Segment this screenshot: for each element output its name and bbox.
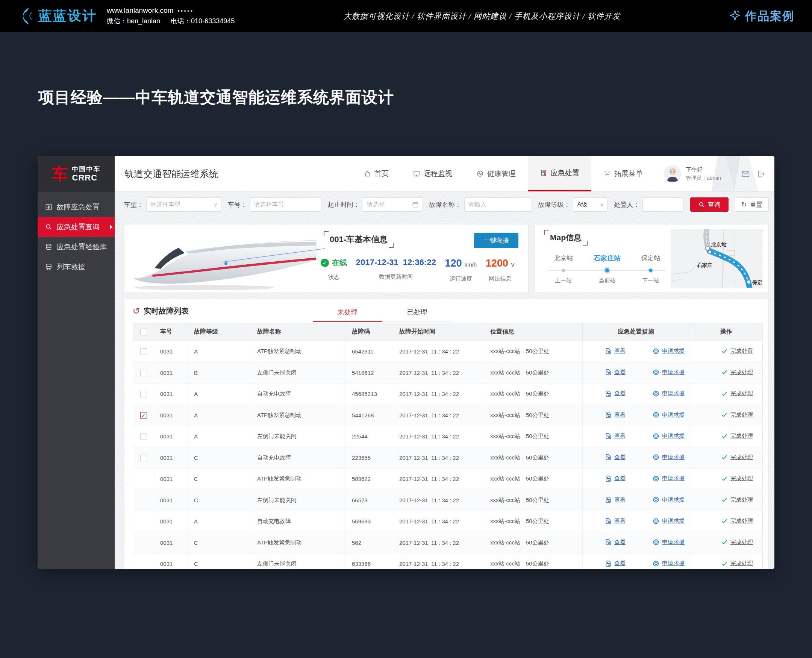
sidebar-item-experience-library[interactable]: 应急处置经验库 xyxy=(38,237,115,257)
view-doc-icon xyxy=(605,348,612,354)
mail-icon[interactable] xyxy=(741,169,750,178)
avatar[interactable] xyxy=(664,165,681,182)
view-link[interactable]: 查看 xyxy=(605,411,626,418)
request-rescue-link[interactable]: 申请求援 xyxy=(652,369,685,376)
row-checkbox[interactable]: ✓ xyxy=(140,454,147,461)
check-icon xyxy=(721,433,728,440)
time-range-picker[interactable]: 请选择 xyxy=(363,197,423,212)
request-rescue-link[interactable]: 申请求援 xyxy=(652,517,685,525)
train-stats: ✓ 在线 状态 2017-12-31 12:36:22 数据更新时间 120 xyxy=(321,258,515,282)
sidebar-item-emergency-query[interactable]: 应急处置查询 xyxy=(38,217,115,237)
row-checkbox[interactable]: ✓ xyxy=(140,433,147,440)
request-rescue-link[interactable]: 申请求援 xyxy=(652,560,685,567)
table-header-row: 车号 故障等级 故障名称 故障码 故障开始时间 位置信息 应急处置措施 操作 xyxy=(133,323,763,341)
col-location: 位置信息 xyxy=(484,323,583,341)
logout-icon[interactable] xyxy=(757,169,765,178)
speed-unit: km/h xyxy=(465,261,477,268)
reset-button[interactable]: ↻ 重置 xyxy=(735,197,769,212)
one-key-rescue-button[interactable]: 一键救援 xyxy=(474,233,518,248)
row-checkbox[interactable]: ✓ xyxy=(140,412,147,419)
voltage-value: 1200 xyxy=(486,258,508,269)
tab-remote-monitor[interactable]: 远程监视 xyxy=(401,156,464,191)
map-info-card: Map信息 北京站 石家庄站 保定站 xyxy=(535,224,769,293)
view-link[interactable]: 查看 xyxy=(605,432,626,440)
services-list: 大数据可视化设计 / 软件界面设计 / 网站建设 / 手机及小程序设计 / 软件… xyxy=(343,11,620,22)
tab-home[interactable]: 首页 xyxy=(352,156,401,191)
prev-station-name: 北京站 xyxy=(542,254,585,263)
cell-car-no: 0031 xyxy=(154,404,188,426)
complete-link[interactable]: 完成处理 xyxy=(721,369,753,376)
view-link[interactable]: 查看 xyxy=(605,517,626,525)
fault-list-title: 实时故障列表 xyxy=(144,306,189,316)
request-rescue-link[interactable]: 申请求援 xyxy=(652,454,685,461)
request-rescue-link[interactable]: 申请求援 xyxy=(652,390,685,397)
corner-bracket xyxy=(544,230,549,235)
life-ring-icon xyxy=(652,454,659,461)
view-link[interactable]: 查看 xyxy=(605,539,626,546)
crrc-logo-icon: 车 xyxy=(52,166,69,182)
view-link[interactable]: 查看 xyxy=(605,390,626,397)
row-checkbox[interactable]: ✓ xyxy=(140,391,147,398)
view-link[interactable]: 查看 xyxy=(605,348,626,354)
view-link[interactable]: 查看 xyxy=(605,454,626,461)
request-rescue-link[interactable]: 申请求援 xyxy=(652,496,685,503)
check-icon xyxy=(721,539,728,545)
view-link[interactable]: 查看 xyxy=(605,369,626,376)
complete-link[interactable]: 完成处理 xyxy=(721,475,753,482)
cell-location: xxx站-ccc站 50公里处 xyxy=(484,384,583,405)
view-link[interactable]: 查看 xyxy=(605,475,626,482)
complete-link[interactable]: 完成处理 xyxy=(721,496,753,503)
cell-fault-name: 左侧门未能关闭 xyxy=(251,362,346,384)
request-rescue-link[interactable]: 申请求援 xyxy=(652,432,685,440)
request-rescue-link[interactable]: 申请求援 xyxy=(652,411,685,418)
vehicle-type-select[interactable]: 请选择车型 ∨ xyxy=(146,197,221,212)
train-info-card: 001-车基本信息 一键救援 ✓ 在线 状态 201 xyxy=(124,224,529,293)
tab-label: 健康管理 xyxy=(487,169,516,179)
complete-link[interactable]: 完成处理 xyxy=(721,517,753,525)
request-rescue-link[interactable]: 申请求援 xyxy=(652,539,685,546)
portfolio-block[interactable]: 作品案例 xyxy=(729,8,795,24)
request-rescue-link[interactable]: 申请求援 xyxy=(652,475,685,482)
fault-name-input[interactable] xyxy=(468,201,528,208)
cell-fault-code: 5441268 xyxy=(346,404,393,426)
row-checkbox[interactable]: ✓ xyxy=(140,370,147,376)
complete-link[interactable]: 完成处理 xyxy=(721,539,753,546)
complete-link[interactable]: 完成处理 xyxy=(721,560,753,567)
cell-car-no: 0031 xyxy=(154,468,188,490)
monitor-icon xyxy=(413,170,420,177)
tab-emergency-handling[interactable]: 应急处置 xyxy=(528,156,591,191)
sidebar-item-train-rescue[interactable]: 列车救援 xyxy=(38,257,115,277)
view-link[interactable]: 查看 xyxy=(605,496,626,503)
tab-extended-menu[interactable]: 拓展菜单 xyxy=(591,156,655,191)
sidebar-item-fault-emergency[interactable]: 故障应急处置 xyxy=(38,197,115,217)
fault-name-label: 故障名称： xyxy=(429,201,461,209)
fault-level-select[interactable]: A级 ∨ xyxy=(573,197,607,212)
brand-name-en: CRRC xyxy=(72,173,101,182)
query-button[interactable]: 查询 xyxy=(690,197,729,212)
fault-level-label: 故障等级： xyxy=(538,201,570,209)
cell-fault-name: 自动充电故障 xyxy=(251,384,346,405)
complete-link[interactable]: 完成处理 xyxy=(721,390,753,397)
speed-label: 运行速度 xyxy=(450,275,472,282)
handler-input[interactable] xyxy=(646,201,680,208)
wechat-label: 微信：ben_lanlan xyxy=(107,17,160,25)
complete-link[interactable]: 完成处理 xyxy=(721,432,753,440)
view-link[interactable]: 查看 xyxy=(605,560,626,567)
complete-link[interactable]: 完成处理 xyxy=(721,411,753,418)
home-icon xyxy=(363,170,371,177)
vehicle-no-input[interactable] xyxy=(254,201,317,208)
row-checkbox[interactable]: ✓ xyxy=(140,348,147,355)
handler-label: 处置人： xyxy=(614,201,640,209)
tab-pending[interactable]: 未处理 xyxy=(313,304,382,322)
complete-link[interactable]: 完成处理 xyxy=(721,454,753,461)
website-link[interactable]: www.lanlanwork.com xyxy=(107,6,173,15)
request-rescue-link[interactable]: 申请求援 xyxy=(652,348,685,354)
status-tabs: 未处理 已处理 xyxy=(313,304,452,322)
tab-done[interactable]: 已处理 xyxy=(382,304,452,322)
tab-label: 拓展菜单 xyxy=(614,169,643,179)
complete-link[interactable]: 完成处置 xyxy=(721,348,753,354)
tab-health-management[interactable]: 健康管理 xyxy=(464,156,528,191)
cell-start-time: 2017-12-31 11 : 34 : 22 xyxy=(393,362,484,384)
cell-fault-level: C xyxy=(188,532,251,553)
header-checkbox[interactable] xyxy=(140,329,147,335)
